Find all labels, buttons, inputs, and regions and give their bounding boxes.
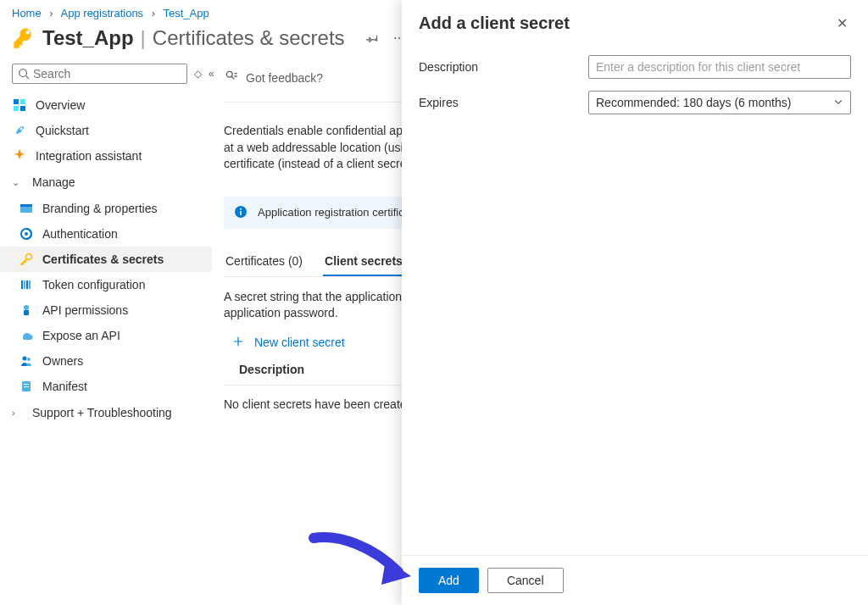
svg-point-11 [26, 254, 32, 260]
authentication-icon [19, 226, 34, 241]
svg-rect-12 [21, 280, 23, 289]
sidebar-item-integration[interactable]: Integration assistant [0, 143, 212, 169]
expires-select[interactable]: Recommended: 180 days (6 months) [588, 91, 851, 114]
sidebar-item-label: Owners [42, 354, 83, 368]
svg-rect-5 [20, 106, 25, 111]
add-button[interactable]: Add [419, 568, 479, 593]
search-input-wrap[interactable] [12, 64, 187, 84]
sidebar-item-manifest[interactable]: Manifest [0, 374, 212, 399]
sidebar-item-label: Authentication [42, 227, 118, 241]
svg-rect-3 [20, 99, 25, 104]
sidebar-item-label: Expose an API [42, 329, 120, 342]
svg-point-10 [25, 232, 28, 236]
svg-rect-22 [24, 386, 29, 387]
overview-icon [12, 97, 27, 113]
svg-rect-8 [20, 204, 32, 207]
description-input[interactable] [588, 55, 851, 79]
search-input[interactable] [30, 67, 181, 80]
expires-value: Recommended: 180 days (6 months) [596, 96, 791, 109]
manifest-icon [19, 379, 34, 394]
svg-point-16 [24, 305, 29, 310]
sidebar-item-label: Certificates & secrets [42, 253, 164, 266]
sidebar-item-label: Integration assistant [36, 149, 142, 163]
sidebar-item-label: Overview [36, 98, 85, 112]
key-icon [12, 26, 36, 50]
chevron-right-icon: › [49, 7, 53, 19]
svg-rect-2 [14, 99, 19, 104]
feedback-label: Got feedback? [246, 71, 323, 85]
branding-icon [19, 201, 34, 216]
chevron-down-icon: ⌄ [12, 177, 24, 188]
breadcrumb-home[interactable]: Home [12, 7, 42, 19]
svg-rect-17 [24, 310, 29, 315]
expose-api-icon [19, 328, 34, 343]
owners-icon [19, 353, 34, 369]
page-title: Test_App | Certificates & secrets [42, 26, 345, 50]
close-icon[interactable]: ✕ [833, 12, 851, 35]
search-icon [18, 68, 30, 80]
breadcrumb-appreg[interactable]: App registrations [61, 7, 144, 19]
sidebar-group-label: Manage [32, 175, 75, 189]
svg-point-6 [20, 128, 23, 130]
sidebar-item-token[interactable]: Token configuration [0, 272, 212, 297]
add-client-secret-panel: Add a client secret ✕ Description Expire… [402, 0, 868, 605]
svg-point-26 [240, 208, 242, 210]
sidebar-item-api-permissions[interactable]: API permissions [0, 297, 212, 323]
svg-point-0 [19, 69, 27, 77]
svg-rect-4 [14, 106, 19, 111]
sidebar-item-label: API permissions [42, 303, 128, 317]
sidebar-item-label: Branding & properties [42, 202, 157, 215]
chevron-right-icon: › [12, 408, 24, 418]
svg-rect-14 [26, 280, 28, 289]
sidebar-item-overview[interactable]: Overview [0, 92, 212, 118]
svg-rect-13 [24, 280, 25, 289]
feedback-icon [224, 69, 239, 86]
new-client-secret-label: New client secret [254, 336, 345, 349]
sidebar: ◇ « Overview Quickstart Integration assi… [0, 60, 212, 605]
form-label-expires: Expires [419, 96, 588, 109]
panel-title: Add a client secret [419, 14, 570, 33]
key-icon [19, 252, 34, 267]
sort-icon[interactable]: ◇ [194, 68, 202, 80]
plus-icon [232, 336, 246, 349]
page-title-separator: | [141, 26, 146, 50]
svg-point-18 [23, 357, 27, 361]
sidebar-item-owners[interactable]: Owners [0, 348, 212, 374]
sidebar-item-branding[interactable]: Branding & properties [0, 196, 212, 221]
svg-line-1 [26, 76, 30, 80]
svg-rect-25 [240, 211, 242, 215]
api-permissions-icon [19, 302, 34, 318]
svg-rect-15 [29, 280, 31, 289]
sidebar-group-manage[interactable]: ⌄ Manage [0, 169, 212, 196]
page-title-sub: Certificates & secrets [153, 26, 345, 50]
breadcrumb-current[interactable]: Test_App [163, 7, 209, 19]
token-icon [19, 277, 34, 292]
info-icon [234, 205, 249, 220]
pin-icon[interactable] [360, 26, 384, 50]
page-title-main: Test_App [42, 26, 134, 50]
sidebar-item-certificates[interactable]: Certificates & secrets [0, 247, 212, 272]
quickstart-icon [12, 123, 27, 138]
svg-rect-21 [24, 384, 29, 385]
tab-certificates[interactable]: Certificates (0) [224, 247, 304, 276]
sidebar-item-label: Manifest [42, 380, 87, 393]
sidebar-item-expose-api[interactable]: Expose an API [0, 323, 212, 348]
sidebar-item-label: Quickstart [36, 124, 89, 137]
cancel-button[interactable]: Cancel [487, 568, 564, 593]
sidebar-item-authentication[interactable]: Authentication [0, 221, 212, 247]
svg-point-19 [27, 358, 31, 361]
form-label-description: Description [419, 60, 588, 74]
chevron-right-icon: › [152, 7, 155, 19]
sidebar-group-support[interactable]: › Support + Troubleshooting [0, 399, 212, 426]
sidebar-item-label: Token configuration [42, 278, 145, 291]
sidebar-item-quickstart[interactable]: Quickstart [0, 118, 212, 143]
chevron-down-icon [833, 96, 843, 109]
integration-icon [12, 148, 27, 164]
sidebar-group-label: Support + Troubleshooting [32, 406, 172, 419]
